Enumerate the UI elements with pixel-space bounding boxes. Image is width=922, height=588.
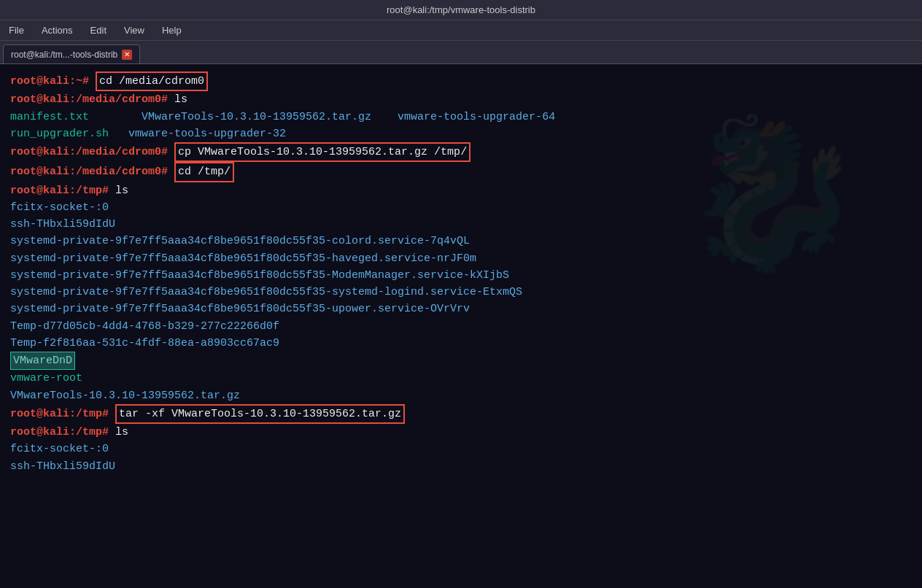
terminal-line-22: fcitx-socket-:0 bbox=[10, 441, 912, 457]
tab-bar: root@kali:/tm...-tools-distrib ✕ bbox=[0, 41, 922, 64]
terminal-line-13: systemd-private-9f7e7ff5aaa34cf8be9651f8… bbox=[10, 284, 912, 301]
terminal-line-19: VMwareTools-10.3.10-13959562.tar.gz bbox=[10, 387, 912, 404]
command-cp: cp VMwareTools-10.3.10-13959562.tar.gz /… bbox=[174, 142, 470, 162]
menu-bar: File Actions Edit View Help bbox=[0, 20, 922, 41]
menu-actions[interactable]: Actions bbox=[39, 23, 76, 37]
terminal-line-8: fcitx-socket-:0 bbox=[10, 199, 912, 216]
tab-close-button[interactable]: ✕ bbox=[122, 50, 132, 60]
menu-file[interactable]: File bbox=[6, 23, 27, 37]
terminal-line-7: root@kali:/tmp# ls bbox=[10, 182, 912, 199]
prompt: root@kali:~# bbox=[10, 73, 89, 90]
terminal-line-3: manifest.txt VMwareTools-10.3.10-1395956… bbox=[10, 109, 912, 125]
terminal-line-9: ssh-THbxli59dIdU bbox=[10, 216, 912, 233]
command-cd-cdrom: cd /media/cdrom0 bbox=[96, 71, 208, 91]
tab-label: root@kali:/tm...-tools-distrib bbox=[11, 50, 117, 60]
terminal-line-14: systemd-private-9f7e7ff5aaa34cf8be9651f8… bbox=[10, 301, 912, 317]
menu-edit[interactable]: Edit bbox=[88, 23, 109, 37]
terminal-line-4: run_upgrader.sh vmware-tools-upgrader-32 bbox=[10, 125, 912, 142]
terminal-line-23: ssh-THbxli59dIdU bbox=[10, 458, 912, 475]
terminal-tab[interactable]: root@kali:/tm...-tools-distrib ✕ bbox=[3, 45, 140, 63]
terminal-area: 🐉 root@kali:~# cd /media/cdrom0 root@kal… bbox=[0, 64, 922, 588]
vmwarednd-label: VMwareDnD bbox=[10, 352, 75, 370]
terminal-line-21: root@kali:/tmp# ls bbox=[10, 424, 912, 441]
title-text: root@kali:/tmp/vmware-tools-distrib bbox=[387, 4, 535, 15]
terminal-line-11: systemd-private-9f7e7ff5aaa34cf8be9651f8… bbox=[10, 250, 912, 267]
terminal-line-16: Temp-f2f816aa-531c-4fdf-88ea-a8903cc67ac… bbox=[10, 335, 912, 352]
menu-help[interactable]: Help bbox=[159, 23, 185, 37]
terminal-line-5: root@kali:/media/cdrom0# cp VMwareTools-… bbox=[10, 142, 912, 162]
terminal-line-1: root@kali:~# cd /media/cdrom0 bbox=[10, 71, 912, 91]
terminal-line-12: systemd-private-9f7e7ff5aaa34cf8be9651f8… bbox=[10, 267, 912, 284]
terminal-line-15: Temp-d77d05cb-4dd4-4768-b329-277c22266d0… bbox=[10, 318, 912, 335]
terminal-line-2: root@kali:/media/cdrom0# ls bbox=[10, 91, 912, 108]
title-bar: root@kali:/tmp/vmware-tools-distrib bbox=[0, 0, 922, 20]
terminal-line-6: root@kali:/media/cdrom0# cd /tmp/ bbox=[10, 162, 912, 182]
command-tar: tar -xf VMwareTools-10.3.10-13959562.tar… bbox=[115, 404, 405, 424]
terminal-line-20: root@kali:/tmp# tar -xf VMwareTools-10.3… bbox=[10, 404, 912, 424]
command-cd-tmp: cd /tmp/ bbox=[174, 162, 234, 182]
menu-view[interactable]: View bbox=[121, 23, 147, 37]
terminal-line-10: systemd-private-9f7e7ff5aaa34cf8be9651f8… bbox=[10, 233, 912, 249]
terminal-line-17: VMwareDnD bbox=[10, 352, 912, 370]
terminal-line-18: vmware-root bbox=[10, 370, 912, 387]
